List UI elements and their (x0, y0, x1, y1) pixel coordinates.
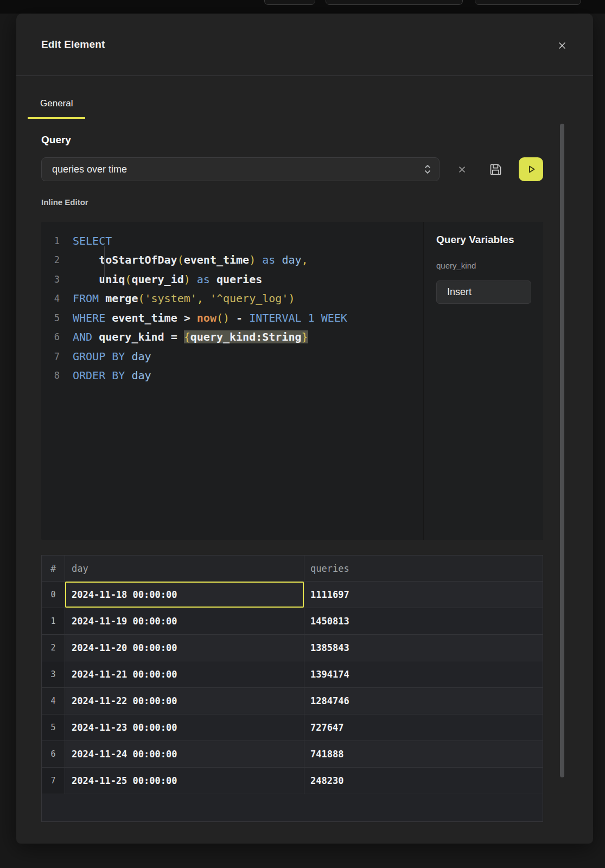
table-header-row: # day queries (42, 556, 543, 582)
sql-editor: 1SELECT2 toStartOfDay(event_time) as day… (41, 222, 543, 540)
row-index-cell: 6 (42, 741, 65, 767)
topbar-button-3[interactable] (475, 0, 581, 5)
line-number: 5 (41, 312, 60, 323)
table-row[interactable]: 62024-11-24 00:00:00741888 (42, 741, 543, 768)
select-chevrons-icon (424, 164, 431, 175)
code-text: GROUP BY day (73, 350, 151, 363)
vertical-scrollbar[interactable] (560, 124, 564, 777)
line-number: 4 (41, 293, 60, 304)
queries-cell[interactable]: 1284746 (304, 688, 543, 714)
line-number: 3 (41, 274, 60, 285)
column-header-queries[interactable]: queries (304, 556, 543, 581)
query-variables-heading: Query Variables (436, 234, 531, 246)
top-bar (0, 0, 605, 14)
day-cell[interactable]: 2024-11-24 00:00:00 (65, 741, 304, 767)
play-icon (526, 164, 536, 174)
code-text: AND query_kind = {query_kind:String} (73, 330, 308, 343)
code-text: ORDER BY day (73, 369, 151, 382)
day-cell[interactable]: 2024-11-20 00:00:00 (65, 635, 304, 661)
close-button[interactable] (554, 37, 570, 54)
queries-cell[interactable]: 1394174 (304, 661, 543, 687)
query-toolbar: queries over time (41, 157, 543, 181)
row-index-cell: 2 (42, 635, 65, 661)
code-line[interactable]: 1SELECT (41, 231, 423, 251)
query-select-value: queries over time (52, 164, 424, 175)
row-index-cell: 4 (42, 688, 65, 714)
table-row[interactable]: 32024-11-21 00:00:001394174 (42, 661, 543, 688)
table-body: 02024-11-18 00:00:00111169712024-11-19 0… (42, 582, 543, 794)
queries-cell[interactable]: 248230 (304, 768, 543, 794)
table-row[interactable]: 52024-11-23 00:00:00727647 (42, 714, 543, 741)
query-variables-panel: Query Variables query_kind Insert (423, 222, 543, 540)
row-index-cell: 1 (42, 608, 65, 634)
results-table: # day queries 02024-11-18 00:00:00111169… (41, 555, 543, 822)
row-index-cell: 5 (42, 714, 65, 741)
save-query-button[interactable] (487, 161, 504, 177)
dialog-title: Edit Element (41, 39, 105, 50)
day-cell[interactable]: 2024-11-22 00:00:00 (65, 688, 304, 714)
clear-icon (458, 166, 466, 173)
code-line[interactable]: 4FROM merge('system', '^query_log') (41, 289, 423, 309)
table-row[interactable]: 02024-11-18 00:00:001111697 (42, 582, 543, 608)
code-text: FROM merge('system', '^query_log') (73, 292, 295, 305)
save-icon (488, 162, 503, 177)
row-index-cell: 0 (42, 582, 65, 608)
day-cell[interactable]: 2024-11-23 00:00:00 (65, 714, 304, 741)
code-line[interactable]: 5WHERE event_time > now() - INTERVAL 1 W… (41, 308, 423, 328)
topbar-button-2[interactable] (326, 0, 463, 5)
code-text: toStartOfDay(event_time) as day, (73, 253, 308, 266)
clear-query-button[interactable] (454, 162, 469, 177)
line-number: 7 (41, 351, 60, 362)
dialog-header: Edit Element (16, 14, 593, 76)
topbar-button-1[interactable] (264, 0, 315, 5)
queries-cell[interactable]: 741888 (304, 741, 543, 767)
row-index-cell: 3 (42, 661, 65, 687)
code-text: uniq(query_id) as queries (73, 273, 262, 286)
code-line[interactable]: 7GROUP BY day (41, 347, 423, 366)
code-text: SELECT (73, 234, 112, 247)
run-query-button[interactable] (519, 157, 543, 181)
insert-variable-button[interactable]: Insert (436, 280, 531, 304)
queries-cell[interactable]: 1111697 (304, 582, 543, 608)
tab-general[interactable]: General (28, 76, 85, 119)
inline-editor-label: Inline Editor (41, 197, 543, 207)
row-index-cell: 7 (42, 768, 65, 794)
code-line[interactable]: 2 toStartOfDay(event_time) as day, (41, 251, 423, 270)
day-cell-selected[interactable]: 2024-11-18 00:00:00 (65, 582, 304, 608)
line-number: 1 (41, 235, 60, 246)
code-line[interactable]: 8ORDER BY day (41, 366, 423, 386)
dialog-content: Query queries over time Inline Editor 1S… (16, 134, 593, 822)
line-number: 2 (41, 254, 60, 265)
variable-name-label: query_kind (436, 261, 531, 270)
code-area[interactable]: 1SELECT2 toStartOfDay(event_time) as day… (41, 222, 423, 540)
column-header-index[interactable]: # (42, 556, 65, 581)
table-row[interactable]: 72024-11-25 00:00:00248230 (42, 768, 543, 794)
queries-cell[interactable]: 1450813 (304, 608, 543, 634)
close-icon (558, 41, 566, 50)
edit-element-dialog: Edit Element General Query queries over … (16, 14, 593, 844)
table-row[interactable]: 22024-11-20 00:00:001385843 (42, 635, 543, 661)
query-section-heading: Query (41, 134, 543, 146)
indent-guide (104, 246, 105, 284)
query-select[interactable]: queries over time (41, 157, 440, 181)
day-cell[interactable]: 2024-11-21 00:00:00 (65, 661, 304, 687)
code-line[interactable]: 6AND query_kind = {query_kind:String} (41, 328, 423, 347)
table-footer (42, 794, 543, 821)
code-line[interactable]: 3 uniq(query_id) as queries (41, 270, 423, 289)
tab-bar: General (16, 76, 593, 120)
day-cell[interactable]: 2024-11-19 00:00:00 (65, 608, 304, 634)
queries-cell[interactable]: 1385843 (304, 635, 543, 661)
day-cell[interactable]: 2024-11-25 00:00:00 (65, 768, 304, 794)
table-row[interactable]: 42024-11-22 00:00:001284746 (42, 688, 543, 714)
table-row[interactable]: 12024-11-19 00:00:001450813 (42, 608, 543, 635)
queries-cell[interactable]: 727647 (304, 714, 543, 741)
line-number: 8 (41, 370, 60, 381)
column-header-day[interactable]: day (65, 556, 304, 581)
line-number: 6 (41, 331, 60, 342)
code-text: WHERE event_time > now() - INTERVAL 1 WE… (73, 311, 347, 324)
